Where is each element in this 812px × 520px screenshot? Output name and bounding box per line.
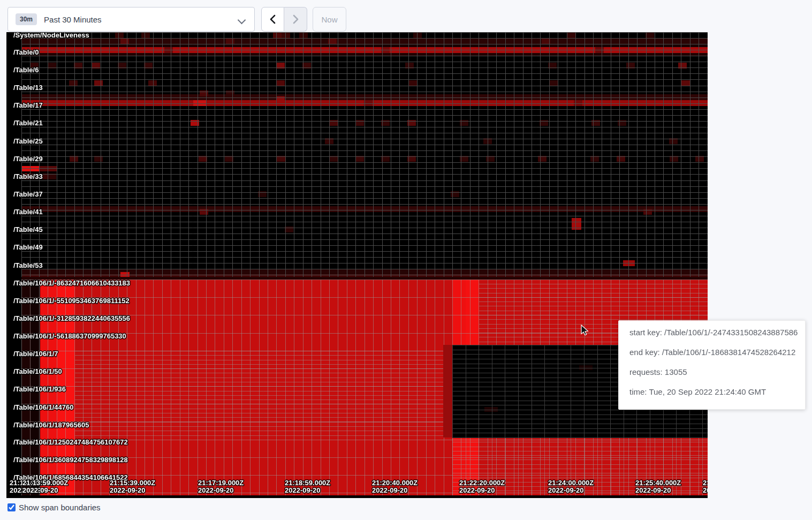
mouse-cursor-icon xyxy=(580,325,590,338)
tooltip-start-key: start key: /Table/106/1/-247433150824388… xyxy=(629,328,805,337)
chevron-left-icon xyxy=(269,14,276,24)
tooltip-time: time: Tue, 20 Sep 2022 21:24:40 GMT xyxy=(629,388,805,396)
time-nav-group xyxy=(261,7,307,32)
keyvis-heatmap-canvas[interactable] xyxy=(6,32,708,498)
time-range-select[interactable]: 30m Past 30 Minutes xyxy=(7,7,255,32)
time-range-badge: 30m xyxy=(16,13,37,25)
cell-tooltip: start key: /Table/106/1/-247433150824388… xyxy=(618,320,806,410)
chevron-down-icon xyxy=(238,16,246,25)
span-boundaries-checkbox[interactable] xyxy=(7,503,16,511)
now-button[interactable]: Now xyxy=(313,7,346,32)
time-range-label: Past 30 Minutes xyxy=(44,15,102,24)
chevron-right-icon xyxy=(292,14,299,24)
span-boundaries-label: Show span boundaries xyxy=(19,503,101,512)
next-time-button[interactable] xyxy=(284,7,307,32)
footer: Show span boundaries xyxy=(7,503,101,512)
toolbar: 30m Past 30 Minutes Now xyxy=(0,0,812,32)
tooltip-end-key: end key: /Table/106/1/-18683814745282642… xyxy=(629,348,805,357)
tooltip-requests: requests: 13055 xyxy=(629,368,805,376)
prev-time-button[interactable] xyxy=(261,7,284,32)
